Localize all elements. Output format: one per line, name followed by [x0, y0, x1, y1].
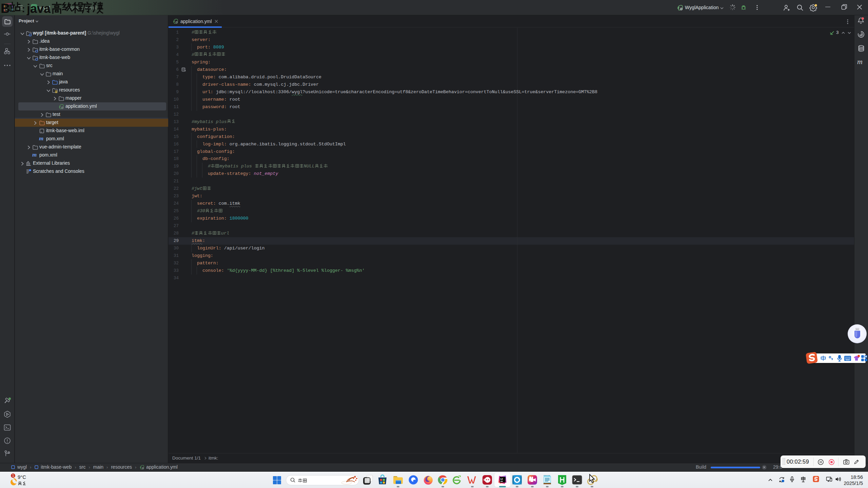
svg-text::: :: [22, 3, 25, 14]
svg-text:java: java: [26, 2, 51, 16]
svg-text:B: B: [1, 1, 10, 16]
svg-text:IJ: IJ: [500, 477, 503, 481]
